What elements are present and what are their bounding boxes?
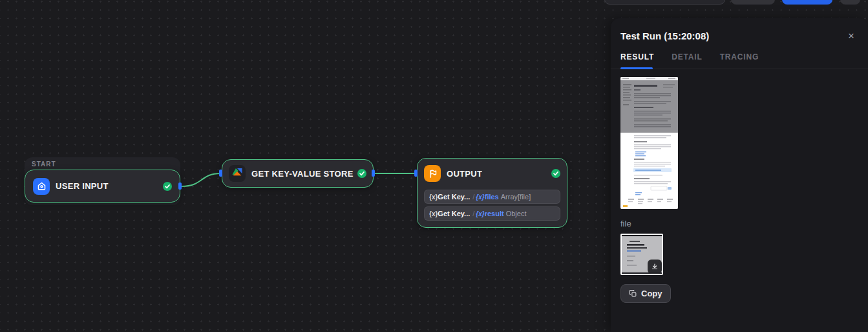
variable-source: Get Key... [438, 193, 470, 201]
toolbar-primary-button[interactable] [782, 0, 832, 5]
variable-icon-blue: {x} [476, 210, 484, 217]
download-button[interactable] [648, 260, 662, 274]
download-icon [651, 263, 659, 271]
variable-name: files [485, 193, 499, 201]
variable-type: Object [506, 210, 527, 217]
output-variable-row[interactable]: {x} Get Key... / {x} files Array[file] [424, 190, 560, 204]
file-variable-label: file [620, 219, 858, 228]
tab-tracing[interactable]: TRACING [720, 50, 759, 69]
variable-separator: / [472, 210, 474, 217]
toolbar-button[interactable] [731, 0, 775, 5]
file-thumbnail[interactable] [620, 234, 663, 275]
test-run-panel: Test Run (15:20:08) × RESULT DETAIL TRAC… [611, 18, 868, 332]
app-screen: START USER INPUT [0, 0, 868, 332]
start-group-label: START [32, 160, 56, 168]
flag-icon [424, 165, 441, 182]
handle-get-kv-out[interactable] [372, 170, 375, 177]
node-output[interactable]: OUTPUT {x} Get Key... / {x} files Array[… [417, 158, 567, 228]
success-check-icon [163, 182, 172, 191]
variable-icon: {x} [429, 194, 438, 201]
variable-type: Array[file] [501, 193, 531, 201]
variable-icon-blue: {x} [476, 194, 484, 201]
node-get-key-value-store[interactable]: GET KEY-VALUE STORE RE [222, 159, 374, 188]
copy-icon [629, 289, 637, 298]
tab-result[interactable]: RESULT [620, 50, 654, 69]
variable-icon: {x} [429, 210, 438, 217]
success-check-icon [551, 169, 560, 178]
output-variable-row[interactable]: {x} Get Key... / {x} result Object [424, 206, 560, 221]
panel-title: Test Run (15:20:08) [620, 30, 709, 41]
close-icon[interactable]: × [845, 29, 858, 42]
result-image-preview[interactable] [620, 77, 678, 209]
toolbar-input[interactable] [604, 0, 725, 5]
variable-source: Get Key... [438, 210, 470, 217]
handle-user-input-out[interactable] [178, 183, 182, 190]
variable-separator: / [472, 193, 474, 201]
handle-get-kv-in[interactable] [219, 170, 222, 177]
node-user-input[interactable]: USER INPUT [25, 170, 180, 203]
kv-store-tool-logo-icon [229, 165, 246, 182]
node-title: USER INPUT [56, 181, 109, 191]
panel-tabs: RESULT DETAIL TRACING [611, 50, 868, 69]
variable-name: result [485, 210, 504, 217]
node-title: OUTPUT [447, 169, 482, 179]
node-title: GET KEY-VALUE STORE RE [251, 169, 355, 179]
home-icon [33, 178, 50, 195]
success-check-icon [357, 169, 366, 178]
toolbar-icon-button[interactable] [840, 0, 860, 5]
handle-output-in[interactable] [414, 170, 418, 177]
tab-detail[interactable]: DETAIL [672, 50, 702, 69]
active-tab-underline [620, 67, 653, 69]
copy-button[interactable]: Copy [620, 284, 671, 303]
copy-button-label: Copy [641, 289, 662, 298]
